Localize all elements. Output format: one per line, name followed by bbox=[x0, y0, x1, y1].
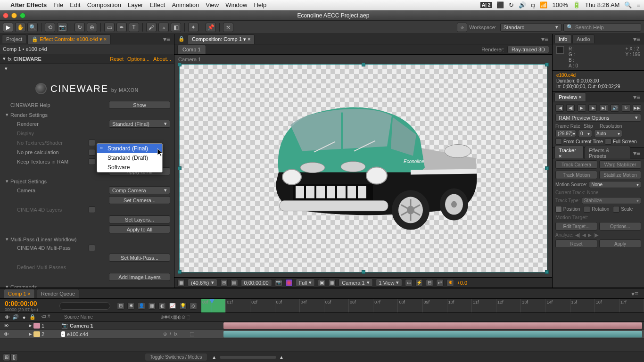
panel-menu-icon[interactable]: ▾≡ bbox=[629, 290, 640, 297]
set-camera-button[interactable]: Set Camera... bbox=[109, 196, 170, 204]
twirl-icon[interactable]: ▾ bbox=[6, 178, 8, 184]
solo-column-icon[interactable]: ● bbox=[21, 314, 27, 321]
clone-tool-icon[interactable]: ⟁ bbox=[158, 23, 169, 32]
resolution-icon[interactable]: ⊞ bbox=[220, 279, 228, 287]
timeline-ruler[interactable]: 00f 01f 02f 03f 04f 05f 06f 07f 08f 09f … bbox=[201, 299, 644, 313]
edit-target-button[interactable]: Edit Target... bbox=[555, 222, 597, 230]
exposure-value[interactable]: +0.0 bbox=[457, 280, 467, 286]
timeline-icon[interactable]: ⊟ bbox=[426, 279, 433, 287]
comp-mini-flowchart-icon[interactable]: ⊟ bbox=[117, 302, 124, 310]
show-button[interactable]: Show bbox=[109, 101, 170, 109]
zoom-slider-in-icon[interactable]: ▲ bbox=[279, 354, 284, 360]
tab-audio[interactable]: Audio bbox=[572, 34, 594, 43]
frame-blend-icon[interactable]: ▦ bbox=[148, 302, 156, 310]
dropdown-option-software[interactable]: Software bbox=[97, 163, 162, 172]
text-tool-icon[interactable]: T bbox=[129, 23, 139, 32]
panel-menu-icon[interactable]: ▾≡ bbox=[631, 149, 642, 157]
comp-sub-tab[interactable]: Comp 1 bbox=[177, 45, 206, 54]
no-precalc-checkbox[interactable] bbox=[89, 149, 95, 156]
panel-menu-icon[interactable]: ▾≡ bbox=[161, 35, 172, 43]
ram-preview-icon[interactable]: ▶▶ bbox=[633, 104, 641, 112]
selection-tool-icon[interactable]: ▶ bbox=[3, 23, 13, 32]
playhead[interactable] bbox=[212, 299, 212, 313]
menu-edit[interactable]: Edit bbox=[70, 1, 80, 8]
bluetooth-icon[interactable]: ⚼ bbox=[531, 1, 535, 9]
search-help-input[interactable]: 🔍Search Help bbox=[563, 23, 641, 32]
visibility-toggle-icon[interactable]: 👁 bbox=[3, 331, 9, 337]
window-controls[interactable] bbox=[3, 13, 25, 18]
toggle-switches-button[interactable]: Toggle Switches / Modes bbox=[145, 354, 207, 361]
set-layers-button[interactable]: Set Layers... bbox=[109, 215, 170, 223]
analyze-back-icon[interactable]: ◀ bbox=[582, 232, 586, 238]
bbox-handle[interactable] bbox=[178, 63, 182, 66]
twirl-icon[interactable]: ▾ bbox=[6, 284, 8, 288]
video-column-icon[interactable]: 👁 bbox=[4, 314, 10, 321]
menu-layer[interactable]: Layer bbox=[128, 1, 143, 8]
lock-column-icon[interactable]: 🔒 bbox=[29, 314, 36, 321]
source-name-header[interactable]: Source Name bbox=[61, 314, 160, 320]
tab-effect-controls[interactable]: 🔒 Effect Controls: e100.c4d ▾ × bbox=[27, 34, 111, 44]
camera-tool-icon[interactable]: 📷 bbox=[57, 23, 67, 32]
layer-color-icon[interactable] bbox=[33, 331, 40, 337]
twirl-icon[interactable]: ▾ bbox=[6, 112, 8, 118]
always-preview-icon[interactable]: ▦ bbox=[177, 279, 185, 287]
track-motion-button[interactable]: Track Motion bbox=[555, 171, 597, 179]
tab-project[interactable]: Project bbox=[2, 34, 26, 43]
workspace-select[interactable]: Standard▾ bbox=[500, 23, 561, 32]
brush-tool-icon[interactable]: 🖌 bbox=[146, 23, 157, 32]
resolution-input[interactable]: Auto▾ bbox=[594, 130, 622, 137]
twirl-icon[interactable]: ▾ bbox=[5, 66, 8, 71]
timeline-row[interactable]: 👁▸2 ▫e100.c4d ⊕/fx⬚ bbox=[0, 330, 644, 338]
tab-info[interactable]: Info bbox=[554, 34, 571, 43]
expand-icon[interactable]: ⊞ bbox=[3, 354, 10, 361]
hand-tool-icon[interactable]: ✋ bbox=[15, 23, 25, 32]
position-checkbox[interactable] bbox=[555, 206, 562, 213]
about-link[interactable]: About... bbox=[153, 56, 171, 62]
bbox-handle[interactable] bbox=[545, 63, 549, 66]
menu-effect[interactable]: Effect bbox=[149, 1, 165, 8]
puppet-tool-icon[interactable]: 📌 bbox=[206, 23, 216, 32]
notif-icon[interactable]: ≡ bbox=[636, 1, 640, 8]
timeline-tab-comp[interactable]: Comp 1 × bbox=[4, 289, 35, 298]
twirl-icon[interactable]: ▾ bbox=[3, 56, 6, 62]
fast-preview-icon[interactable]: ▤ bbox=[231, 279, 238, 287]
eraser-tool-icon[interactable]: ◧ bbox=[171, 23, 181, 32]
draft-3d-icon[interactable]: ✱ bbox=[127, 302, 135, 310]
tracker-options-button[interactable]: Options... bbox=[599, 222, 641, 230]
channel-icon[interactable] bbox=[285, 279, 293, 287]
tracker-apply-button[interactable]: Apply bbox=[599, 239, 641, 248]
track-type-select[interactable]: Stabilize▾ bbox=[582, 197, 641, 204]
spotlight-icon[interactable]: 🔍 bbox=[624, 1, 632, 8]
close-window-icon[interactable] bbox=[3, 13, 8, 18]
battery-icon[interactable]: 100% bbox=[552, 1, 568, 8]
resolution-select[interactable]: Full▾ bbox=[296, 279, 315, 287]
menu-help[interactable]: Help bbox=[254, 1, 266, 8]
bbox-handle[interactable] bbox=[178, 270, 182, 274]
fx-enable-icon[interactable]: fx bbox=[8, 56, 12, 62]
first-frame-icon[interactable]: |◀ bbox=[555, 104, 564, 112]
view-layout-select[interactable]: 1 View▾ bbox=[376, 279, 403, 287]
camera-select[interactable]: Comp Camera▾ bbox=[109, 186, 170, 194]
volume-icon[interactable]: 🔊 bbox=[519, 1, 526, 8]
app-menu[interactable]: After Effects bbox=[10, 1, 47, 8]
audio-column-icon[interactable]: 🔊 bbox=[12, 314, 19, 321]
ram-preview-options-select[interactable]: RAM Preview Options▾ bbox=[555, 114, 641, 122]
current-time[interactable]: 0;00;00;00 bbox=[241, 279, 272, 287]
full-screen-checkbox[interactable] bbox=[605, 138, 611, 145]
zoom-window-icon[interactable] bbox=[20, 13, 25, 18]
grid-icon[interactable]: ▦ bbox=[328, 279, 336, 287]
analyze-back-full-icon[interactable]: ◀| bbox=[575, 232, 580, 238]
exposure-reset-icon[interactable]: ✱ bbox=[446, 279, 454, 287]
wifi-icon[interactable]: 📶 bbox=[540, 1, 547, 8]
menu-animation[interactable]: Animation bbox=[172, 1, 199, 8]
hide-shy-icon[interactable]: 👤 bbox=[138, 302, 145, 310]
bbox-handle[interactable] bbox=[362, 270, 365, 274]
panel-menu-icon[interactable]: ▾≡ bbox=[539, 35, 550, 43]
adobe-icon[interactable]: A| 2 bbox=[480, 2, 492, 8]
scale-checkbox[interactable] bbox=[613, 206, 619, 213]
analyze-fwd-icon[interactable]: ▶ bbox=[588, 232, 592, 238]
track-camera-button[interactable]: Track Camera bbox=[555, 160, 597, 169]
options-link[interactable]: Options... bbox=[127, 56, 149, 62]
keep-textures-checkbox[interactable] bbox=[89, 158, 95, 165]
dropdown-option-standard-final[interactable]: Standard (Final) bbox=[97, 144, 162, 153]
